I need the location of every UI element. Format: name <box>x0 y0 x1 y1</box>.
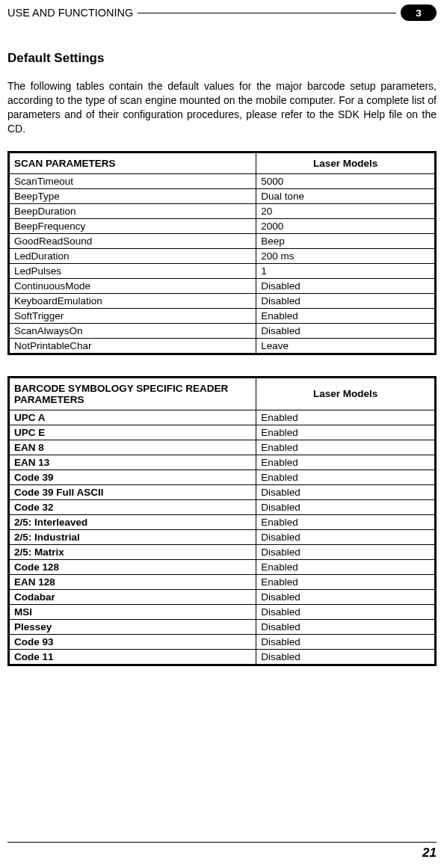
param-value: 5000 <box>256 173 436 188</box>
param-name: ScanAlwaysOn <box>9 323 256 338</box>
param-name: BeepFrequency <box>9 218 256 233</box>
table-row: ContinuousModeDisabled <box>9 278 436 293</box>
table-row: 2/5: IndustrialDisabled <box>9 529 436 544</box>
param-value: Leave <box>256 338 436 354</box>
table-row: BeepFrequency2000 <box>9 218 436 233</box>
param-value: 2000 <box>256 218 436 233</box>
symbology-name: Plessey <box>9 619 256 634</box>
param-value: Enabled <box>256 308 436 323</box>
param-value: Dual tone <box>256 188 436 203</box>
param-name: GoodReadSound <box>9 233 256 248</box>
table-row: UPC AEnabled <box>9 410 436 425</box>
table-row: BeepTypeDual tone <box>9 188 436 203</box>
symbology-name: Code 39 <box>9 470 256 484</box>
symbology-name: UPC E <box>9 425 256 440</box>
table-row: ScanTimeout5000 <box>9 173 436 188</box>
table-row: Code 93Disabled <box>9 634 436 649</box>
table-row: GoodReadSoundBeep <box>9 233 436 248</box>
table-row: NotPrintableCharLeave <box>9 338 436 354</box>
param-name: ScanTimeout <box>9 173 256 188</box>
symbology-value: Disabled <box>256 499 436 514</box>
param-value: Disabled <box>256 323 436 338</box>
table-row: Code 32Disabled <box>9 499 436 514</box>
param-value: Disabled <box>256 278 436 293</box>
symbology-value: Disabled <box>256 619 436 634</box>
header-rule <box>138 13 396 13</box>
table-row: UPC EEnabled <box>9 425 436 440</box>
symbology-value: Disabled <box>256 634 436 649</box>
param-value: Disabled <box>256 293 436 308</box>
page-footer: 21 <box>7 842 437 861</box>
symbology-value: Enabled <box>256 514 436 529</box>
symbology-name: Code 11 <box>9 649 256 665</box>
symbology-value: Disabled <box>256 484 436 499</box>
symbology-name: UPC A <box>9 410 256 425</box>
symbology-name: MSI <box>9 604 256 619</box>
table-row: Code 11Disabled <box>9 649 436 665</box>
param-name: ContinuousMode <box>9 278 256 293</box>
table-row: EAN 128Enabled <box>9 574 436 589</box>
symbology-value: Disabled <box>256 529 436 544</box>
footer-rule <box>7 842 437 843</box>
table-row: 2/5: MatrixDisabled <box>9 544 436 559</box>
symbology-name: Code 39 Full ASCII <box>9 484 256 499</box>
symbology-parameters-table: BARCODE SYMBOLOGY SPECIFIC READER PARAME… <box>7 376 437 666</box>
table-row: EAN 13Enabled <box>9 455 436 470</box>
symbology-name: 2/5: Industrial <box>9 529 256 544</box>
table-row: Code 39 Full ASCIIDisabled <box>9 484 436 499</box>
param-name: KeyboardEmulation <box>9 293 256 308</box>
param-value: 20 <box>256 203 436 218</box>
param-name: LedDuration <box>9 248 256 263</box>
symbology-name: Codabar <box>9 589 256 604</box>
section-title: Default Settings <box>7 51 437 66</box>
symbology-name: Code 93 <box>9 634 256 649</box>
table2-header-right: Laser Models <box>256 377 436 410</box>
symbology-value: Enabled <box>256 455 436 470</box>
param-name: BeepType <box>9 188 256 203</box>
symbology-value: Disabled <box>256 604 436 619</box>
symbology-value: Enabled <box>256 425 436 440</box>
chapter-badge: 3 <box>401 4 437 21</box>
symbology-value: Enabled <box>256 574 436 589</box>
param-name: BeepDuration <box>9 203 256 218</box>
symbology-name: Code 128 <box>9 559 256 574</box>
scan-parameters-table: SCAN PARAMETERS Laser Models ScanTimeout… <box>7 151 437 355</box>
table-row: Code 39Enabled <box>9 470 436 484</box>
table-row: EAN 8Enabled <box>9 440 436 455</box>
symbology-value: Disabled <box>256 649 436 665</box>
table-row: ScanAlwaysOnDisabled <box>9 323 436 338</box>
page-header: USE AND FUNCTIONING 3 <box>7 4 437 21</box>
table-row: PlesseyDisabled <box>9 619 436 634</box>
param-name: SoftTrigger <box>9 308 256 323</box>
param-value: 1 <box>256 263 436 278</box>
table-row: LedPulses1 <box>9 263 436 278</box>
running-title: USE AND FUNCTIONING <box>7 7 138 19</box>
symbology-value: Enabled <box>256 440 436 455</box>
symbology-value: Disabled <box>256 544 436 559</box>
symbology-name: EAN 128 <box>9 574 256 589</box>
param-name: NotPrintableChar <box>9 338 256 354</box>
symbology-value: Enabled <box>256 470 436 484</box>
table-row: MSIDisabled <box>9 604 436 619</box>
page-number: 21 <box>7 846 437 861</box>
symbology-name: Code 32 <box>9 499 256 514</box>
symbology-name: EAN 8 <box>9 440 256 455</box>
intro-paragraph: The following tables contain the default… <box>7 79 437 136</box>
table1-header-left: SCAN PARAMETERS <box>9 152 256 173</box>
table-row: Code 128Enabled <box>9 559 436 574</box>
symbology-value: Enabled <box>256 559 436 574</box>
table-row: BeepDuration20 <box>9 203 436 218</box>
table-row: LedDuration200 ms <box>9 248 436 263</box>
table-row: 2/5: InterleavedEnabled <box>9 514 436 529</box>
param-name: LedPulses <box>9 263 256 278</box>
param-value: Beep <box>256 233 436 248</box>
symbology-name: EAN 13 <box>9 455 256 470</box>
table2-header-left: BARCODE SYMBOLOGY SPECIFIC READER PARAME… <box>9 377 256 410</box>
table1-header-right: Laser Models <box>256 152 436 173</box>
symbology-name: 2/5: Interleaved <box>9 514 256 529</box>
param-value: 200 ms <box>256 248 436 263</box>
symbology-name: 2/5: Matrix <box>9 544 256 559</box>
symbology-value: Disabled <box>256 589 436 604</box>
table-row: SoftTriggerEnabled <box>9 308 436 323</box>
table-row: CodabarDisabled <box>9 589 436 604</box>
